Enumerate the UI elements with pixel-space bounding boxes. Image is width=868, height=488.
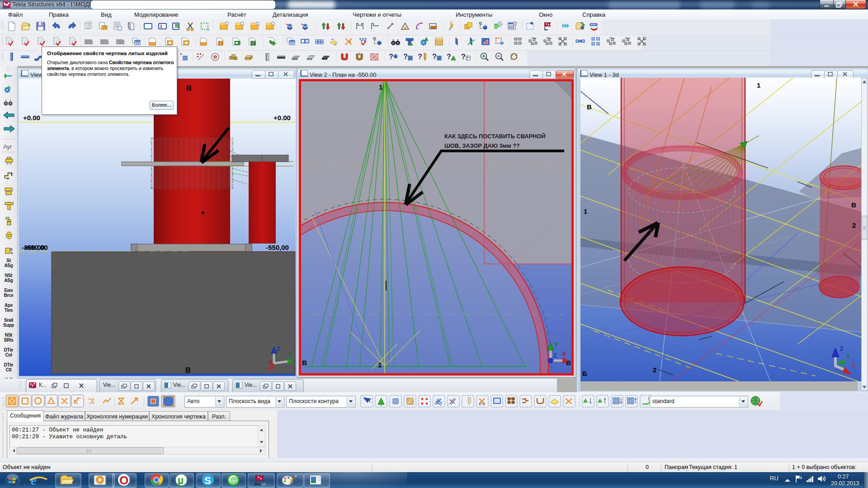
svg-text:B: B [851, 201, 856, 209]
svg-text:-550,00: -550,00 [266, 244, 289, 251]
svg-text:e: e [31, 474, 37, 488]
svg-text:18: 18 [261, 482, 266, 487]
svg-text:B: B [186, 84, 192, 93]
svg-text:B: B [185, 366, 191, 374]
svg-text:КАК ЗДЕСЬ ПОСТАВИТЬ СВАРНОЙ: КАК ЗДЕСЬ ПОСТАВИТЬ СВАРНОЙ [444, 133, 545, 140]
svg-text:X: X [269, 359, 272, 366]
svg-text:B: B [302, 359, 307, 366]
svg-text:ШОВ, ЗАЗОР ДАЮ 3мм ??: ШОВ, ЗАЗОР ДАЮ 3мм ?? [444, 142, 520, 149]
svg-text:Z: Z [840, 346, 843, 352]
svg-text:-650.00: -650.00 [25, 244, 48, 251]
svg-text:1: 1 [757, 81, 760, 89]
svg-text:S: S [204, 475, 211, 486]
svg-text:@: @ [230, 476, 238, 485]
svg-text:B: B [587, 103, 592, 111]
svg-text:1: 1 [378, 361, 382, 369]
svg-text:µ: µ [178, 474, 184, 486]
svg-text:2: 2 [852, 221, 856, 229]
svg-text:X: X [562, 351, 566, 357]
svg-text:Y: Y [288, 352, 291, 358]
svg-text:Y: Y [846, 354, 850, 360]
svg-text:1: 1 [584, 207, 587, 215]
svg-text:Y: Y [554, 342, 558, 348]
svg-text:Ayr: Ayr [3, 143, 12, 150]
svg-text:1: 1 [379, 83, 382, 91]
svg-text:2: 2 [653, 366, 656, 374]
svg-text:+0.00: +0.00 [274, 114, 291, 122]
svg-text:Z: Z [553, 352, 557, 359]
svg-text:Z: Z [277, 346, 280, 352]
svg-text:+0.00: +0.00 [23, 114, 40, 122]
svg-text:Б: Б [582, 370, 587, 377]
svg-text:O: O [119, 474, 128, 487]
svg-text:X: X [852, 362, 855, 368]
